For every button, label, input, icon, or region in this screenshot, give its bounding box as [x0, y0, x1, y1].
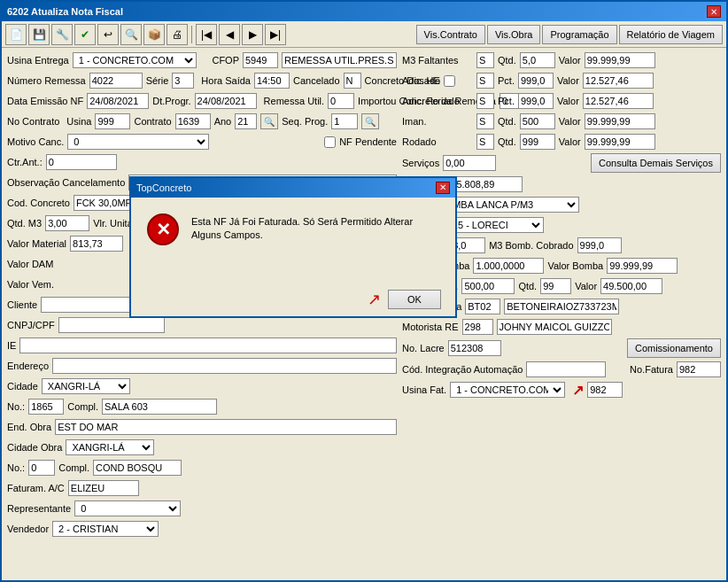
dialog-box: TopConcreto ✕ ✕ Esta NF Já Foi Faturada.…: [129, 176, 457, 318]
dialog-overlay: TopConcreto ✕ ✕ Esta NF Já Foi Faturada.…: [2, 2, 726, 580]
dialog-title-text: TopConcreto: [136, 182, 191, 193]
dialog-icon-container: ✕: [145, 212, 181, 247]
error-icon: ✕: [147, 213, 179, 245]
dialog-message: Esta NF Já Foi Faturada. Só Será Permiti…: [191, 212, 441, 268]
dialog-body: ✕ Esta NF Já Foi Faturada. Só Será Permi…: [131, 198, 455, 283]
dialog-close-button[interactable]: ✕: [436, 182, 450, 194]
dialog-footer: ↗ OK: [131, 283, 455, 316]
dialog-arrow-icon: ↗: [368, 290, 381, 309]
dialog-title-bar: TopConcreto ✕: [131, 178, 455, 198]
dialog-ok-button[interactable]: OK: [388, 290, 441, 309]
